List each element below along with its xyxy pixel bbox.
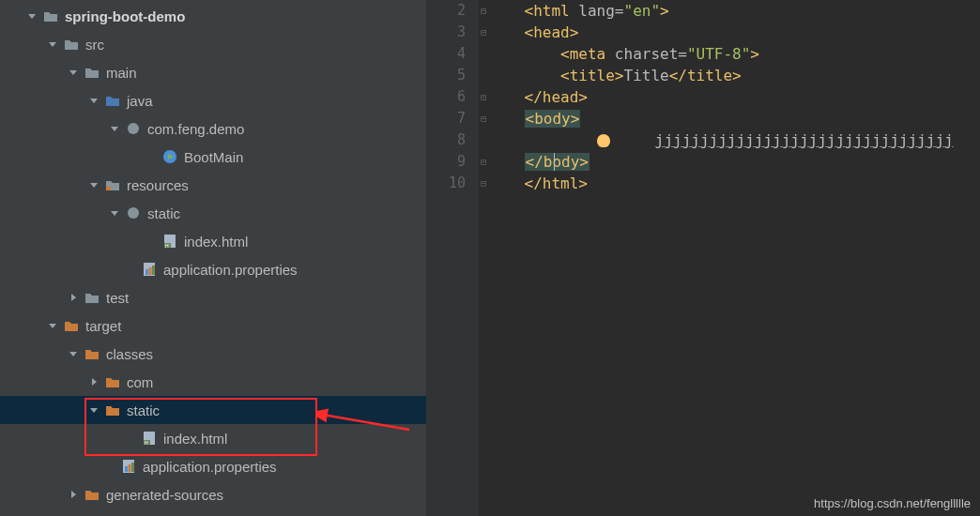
code-line[interactable]: <title>Title</title> — [488, 65, 980, 86]
code-line[interactable]: jjjjjjjjjjjjjjjjjjjjjjjjjjjjjjjjj — [488, 129, 980, 151]
tree-item-label: target — [85, 318, 121, 334]
tree-item[interactable]: java — [0, 86, 426, 114]
tree-item[interactable]: com.feng.demo — [0, 114, 426, 143]
folder-dark-icon — [84, 289, 100, 306]
chevron-right-icon[interactable] — [68, 292, 79, 303]
code-line[interactable]: ⊟ </head> — [488, 86, 980, 108]
package-icon — [125, 120, 142, 137]
tree-item[interactable]: application.properties — [0, 255, 426, 283]
tree-item-label: BootMain — [184, 149, 243, 165]
chevron-down-icon[interactable] — [109, 123, 120, 134]
tree-item-label: resources — [127, 177, 189, 193]
tree-item[interactable]: src — [0, 30, 426, 58]
line-number: 5 — [426, 65, 466, 86]
tree-item-label: application.properties — [143, 459, 277, 475]
code-line[interactable]: ⊟ </body> — [488, 151, 980, 173]
line-number: 6 — [426, 86, 466, 108]
tree-item-label: classes — [106, 346, 153, 362]
svg-point-0 — [128, 123, 139, 134]
tree-item[interactable]: test — [0, 283, 426, 311]
line-number: 4 — [426, 43, 466, 65]
svg-rect-2 — [106, 187, 111, 190]
lightbulb-icon[interactable] — [597, 134, 610, 147]
tree-item[interactable]: main — [0, 58, 426, 86]
tree-item[interactable]: generated-sources — [0, 480, 426, 508]
tree-item-label: com — [127, 374, 153, 390]
chevron-down-icon[interactable] — [68, 348, 79, 359]
chevron-down-icon[interactable] — [47, 38, 58, 50]
code-editor[interactable]: 2345678910 ⊟ <html lang="en"> ⊟ <head> <… — [426, 0, 980, 516]
svg-rect-10 — [152, 266, 155, 275]
package-icon — [125, 205, 142, 221]
fold-icon[interactable]: ⊟ — [481, 22, 486, 43]
tree-item-label: spring-boot-demo — [65, 8, 185, 24]
tree-item[interactable]: application.properties — [0, 452, 426, 480]
html-file-icon: H — [161, 233, 178, 250]
fold-icon[interactable]: ⊟ — [481, 151, 486, 173]
folder-src-icon — [104, 92, 121, 109]
tree-item[interactable]: target — [0, 311, 426, 340]
fold-icon[interactable]: ⊟ — [481, 108, 486, 129]
chevron-down-icon[interactable] — [88, 95, 100, 106]
svg-text:H: H — [145, 440, 148, 446]
tree-item-label: java — [127, 93, 153, 109]
line-number: 8 — [426, 129, 466, 151]
tree-item-label: com.feng.demo — [147, 121, 244, 137]
folder-res-icon — [104, 176, 121, 193]
project-tree[interactable]: spring-boot-demosrcmainjavacom.feng.demo… — [0, 0, 426, 516]
spacer — [125, 433, 136, 444]
chevron-right-icon[interactable] — [68, 489, 79, 500]
line-number: 3 — [426, 22, 466, 43]
code-line[interactable]: ⊟ </html> — [488, 173, 980, 194]
line-number: 10 — [426, 173, 466, 194]
line-gutter: 2345678910 — [426, 0, 479, 516]
tree-item-label: src — [85, 37, 104, 53]
spacer — [125, 264, 136, 275]
folder-orange-icon — [104, 402, 121, 418]
chevron-down-icon[interactable] — [68, 67, 79, 78]
chevron-down-icon[interactable] — [88, 179, 100, 190]
tree-item[interactable]: BootMain — [0, 143, 426, 171]
code-line[interactable]: ⊟ <html lang="en"> — [488, 0, 980, 22]
svg-point-3 — [128, 207, 139, 219]
chevron-right-icon[interactable] — [88, 376, 100, 387]
fold-icon[interactable]: ⊟ — [481, 173, 486, 194]
tree-item[interactable]: classes — [0, 340, 426, 368]
line-number: 7 — [426, 108, 466, 129]
tree-item-label: static — [147, 205, 180, 221]
tree-item[interactable]: static — [0, 396, 426, 424]
code-line[interactable]: ⊟ <body> — [488, 108, 980, 129]
folder-dark-icon — [42, 8, 59, 24]
tree-item-label: static — [127, 402, 160, 418]
tree-item[interactable]: Hindex.html — [0, 227, 426, 255]
code-area[interactable]: ⊟ <html lang="en"> ⊟ <head> <meta charse… — [479, 0, 980, 516]
tree-item[interactable]: com — [0, 368, 426, 396]
tree-item[interactable]: spring-boot-demo — [0, 2, 426, 30]
chevron-down-icon[interactable] — [26, 10, 38, 22]
html-file-icon: H — [141, 430, 158, 447]
chevron-down-icon[interactable] — [109, 207, 120, 219]
svg-text:H: H — [165, 243, 169, 249]
svg-rect-16 — [129, 464, 131, 472]
tree-item[interactable]: static — [0, 199, 426, 227]
watermark: https://blog.csdn.net/fengllllle — [814, 496, 971, 510]
tree-item[interactable]: Hindex.html — [0, 424, 426, 452]
tree-item-label: index.html — [163, 431, 227, 447]
code-line[interactable]: <meta charset="UTF-8"> — [488, 43, 980, 65]
fold-icon[interactable]: ⊟ — [481, 0, 486, 22]
props-file-icon — [120, 458, 137, 475]
folder-orange-icon — [63, 317, 80, 334]
svg-rect-9 — [149, 267, 152, 275]
svg-rect-15 — [125, 466, 128, 472]
chevron-down-icon[interactable] — [47, 320, 58, 331]
folder-orange-icon — [84, 486, 100, 503]
chevron-down-icon[interactable] — [88, 404, 100, 416]
spacer — [145, 151, 157, 162]
svg-rect-8 — [145, 269, 148, 275]
tree-item-label: generated-sources — [106, 487, 223, 503]
folder-dark-icon — [63, 36, 80, 53]
tree-item[interactable]: resources — [0, 171, 426, 199]
tree-item-label: index.html — [184, 234, 248, 250]
fold-icon[interactable]: ⊟ — [481, 86, 486, 108]
code-line[interactable]: ⊟ <head> — [488, 22, 980, 43]
